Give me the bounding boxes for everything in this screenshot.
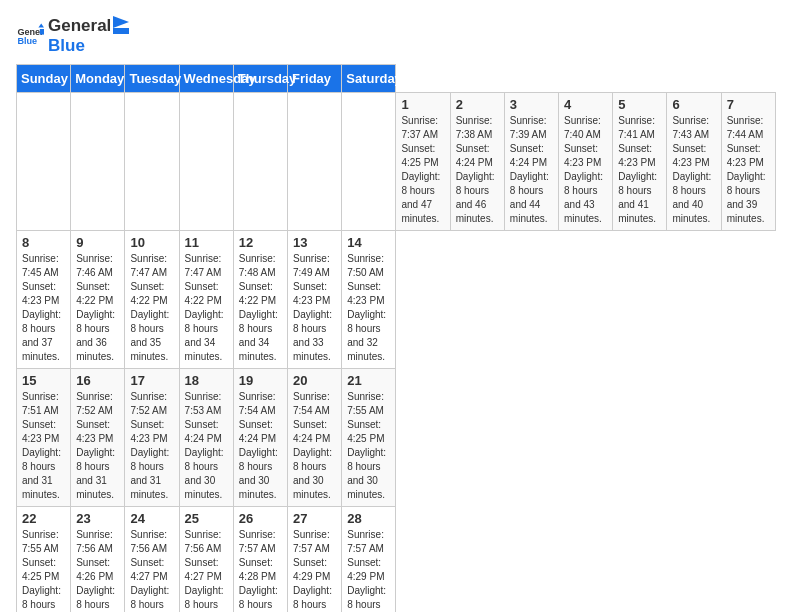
calendar-day-16: 16Sunrise: 7:52 AMSunset: 4:23 PMDayligh… <box>71 369 125 507</box>
day-info: Sunrise: 7:48 AMSunset: 4:22 PMDaylight:… <box>239 252 282 364</box>
calendar-day-28: 28Sunrise: 7:57 AMSunset: 4:29 PMDayligh… <box>342 507 396 613</box>
calendar-day-23: 23Sunrise: 7:56 AMSunset: 4:26 PMDayligh… <box>71 507 125 613</box>
day-info: Sunrise: 7:45 AMSunset: 4:23 PMDaylight:… <box>22 252 65 364</box>
day-number: 22 <box>22 511 65 526</box>
svg-rect-5 <box>113 28 129 34</box>
calendar-day-13: 13Sunrise: 7:49 AMSunset: 4:23 PMDayligh… <box>288 231 342 369</box>
day-number: 19 <box>239 373 282 388</box>
svg-marker-4 <box>113 16 129 28</box>
day-info: Sunrise: 7:57 AMSunset: 4:28 PMDaylight:… <box>239 528 282 612</box>
calendar-day-22: 22Sunrise: 7:55 AMSunset: 4:25 PMDayligh… <box>17 507 71 613</box>
calendar-day-9: 9Sunrise: 7:46 AMSunset: 4:22 PMDaylight… <box>71 231 125 369</box>
day-info: Sunrise: 7:47 AMSunset: 4:22 PMDaylight:… <box>185 252 228 364</box>
day-info: Sunrise: 7:47 AMSunset: 4:22 PMDaylight:… <box>130 252 173 364</box>
day-info: Sunrise: 7:52 AMSunset: 4:23 PMDaylight:… <box>130 390 173 502</box>
day-info: Sunrise: 7:50 AMSunset: 4:23 PMDaylight:… <box>347 252 390 364</box>
day-info: Sunrise: 7:49 AMSunset: 4:23 PMDaylight:… <box>293 252 336 364</box>
day-number: 9 <box>76 235 119 250</box>
calendar-week-1: 1Sunrise: 7:37 AMSunset: 4:25 PMDaylight… <box>17 93 776 231</box>
day-info: Sunrise: 7:53 AMSunset: 4:24 PMDaylight:… <box>185 390 228 502</box>
day-number: 12 <box>239 235 282 250</box>
header: General Blue General Blue <box>16 16 776 56</box>
day-header-saturday: Saturday <box>342 65 396 93</box>
day-header-sunday: Sunday <box>17 65 71 93</box>
day-number: 26 <box>239 511 282 526</box>
logo: General Blue General Blue <box>16 16 129 56</box>
day-number: 2 <box>456 97 499 112</box>
day-info: Sunrise: 7:37 AMSunset: 4:25 PMDaylight:… <box>401 114 444 226</box>
calendar-day-4: 4Sunrise: 7:40 AMSunset: 4:23 PMDaylight… <box>559 93 613 231</box>
day-header-tuesday: Tuesday <box>125 65 179 93</box>
empty-cell <box>233 93 287 231</box>
day-info: Sunrise: 7:40 AMSunset: 4:23 PMDaylight:… <box>564 114 607 226</box>
calendar-day-7: 7Sunrise: 7:44 AMSunset: 4:23 PMDaylight… <box>721 93 775 231</box>
empty-cell <box>342 93 396 231</box>
day-header-wednesday: Wednesday <box>179 65 233 93</box>
logo-general: General <box>48 16 111 36</box>
day-number: 18 <box>185 373 228 388</box>
day-info: Sunrise: 7:39 AMSunset: 4:24 PMDaylight:… <box>510 114 553 226</box>
calendar-day-24: 24Sunrise: 7:56 AMSunset: 4:27 PMDayligh… <box>125 507 179 613</box>
calendar-table: SundayMondayTuesdayWednesdayThursdayFrid… <box>16 64 776 612</box>
calendar-day-17: 17Sunrise: 7:52 AMSunset: 4:23 PMDayligh… <box>125 369 179 507</box>
day-number: 17 <box>130 373 173 388</box>
day-number: 16 <box>76 373 119 388</box>
svg-marker-3 <box>40 29 44 35</box>
calendar-day-27: 27Sunrise: 7:57 AMSunset: 4:29 PMDayligh… <box>288 507 342 613</box>
logo-triangle <box>111 16 129 36</box>
calendar-day-12: 12Sunrise: 7:48 AMSunset: 4:22 PMDayligh… <box>233 231 287 369</box>
day-info: Sunrise: 7:57 AMSunset: 4:29 PMDaylight:… <box>347 528 390 612</box>
day-number: 15 <box>22 373 65 388</box>
day-number: 28 <box>347 511 390 526</box>
calendar-week-3: 15Sunrise: 7:51 AMSunset: 4:23 PMDayligh… <box>17 369 776 507</box>
calendar-day-14: 14Sunrise: 7:50 AMSunset: 4:23 PMDayligh… <box>342 231 396 369</box>
calendar-day-8: 8Sunrise: 7:45 AMSunset: 4:23 PMDaylight… <box>17 231 71 369</box>
calendar-day-2: 2Sunrise: 7:38 AMSunset: 4:24 PMDaylight… <box>450 93 504 231</box>
calendar-day-20: 20Sunrise: 7:54 AMSunset: 4:24 PMDayligh… <box>288 369 342 507</box>
svg-marker-2 <box>38 23 44 27</box>
day-number: 6 <box>672 97 715 112</box>
day-number: 5 <box>618 97 661 112</box>
day-number: 8 <box>22 235 65 250</box>
calendar-week-4: 22Sunrise: 7:55 AMSunset: 4:25 PMDayligh… <box>17 507 776 613</box>
day-number: 1 <box>401 97 444 112</box>
calendar-day-5: 5Sunrise: 7:41 AMSunset: 4:23 PMDaylight… <box>613 93 667 231</box>
day-info: Sunrise: 7:51 AMSunset: 4:23 PMDaylight:… <box>22 390 65 502</box>
day-info: Sunrise: 7:54 AMSunset: 4:24 PMDaylight:… <box>239 390 282 502</box>
day-number: 7 <box>727 97 770 112</box>
svg-text:Blue: Blue <box>17 36 37 46</box>
day-info: Sunrise: 7:54 AMSunset: 4:24 PMDaylight:… <box>293 390 336 502</box>
day-info: Sunrise: 7:43 AMSunset: 4:23 PMDaylight:… <box>672 114 715 226</box>
day-info: Sunrise: 7:56 AMSunset: 4:27 PMDaylight:… <box>130 528 173 612</box>
empty-cell <box>125 93 179 231</box>
empty-cell <box>288 93 342 231</box>
day-number: 23 <box>76 511 119 526</box>
day-number: 24 <box>130 511 173 526</box>
calendar-day-3: 3Sunrise: 7:39 AMSunset: 4:24 PMDaylight… <box>504 93 558 231</box>
day-header-monday: Monday <box>71 65 125 93</box>
calendar-day-10: 10Sunrise: 7:47 AMSunset: 4:22 PMDayligh… <box>125 231 179 369</box>
day-number: 25 <box>185 511 228 526</box>
calendar-day-21: 21Sunrise: 7:55 AMSunset: 4:25 PMDayligh… <box>342 369 396 507</box>
day-info: Sunrise: 7:56 AMSunset: 4:26 PMDaylight:… <box>76 528 119 612</box>
day-info: Sunrise: 7:56 AMSunset: 4:27 PMDaylight:… <box>185 528 228 612</box>
day-number: 11 <box>185 235 228 250</box>
day-header-thursday: Thursday <box>233 65 287 93</box>
logo-blue: Blue <box>48 36 85 55</box>
calendar-day-18: 18Sunrise: 7:53 AMSunset: 4:24 PMDayligh… <box>179 369 233 507</box>
calendar-day-15: 15Sunrise: 7:51 AMSunset: 4:23 PMDayligh… <box>17 369 71 507</box>
day-number: 4 <box>564 97 607 112</box>
calendar-day-1: 1Sunrise: 7:37 AMSunset: 4:25 PMDaylight… <box>396 93 450 231</box>
day-info: Sunrise: 7:52 AMSunset: 4:23 PMDaylight:… <box>76 390 119 502</box>
empty-cell <box>179 93 233 231</box>
day-info: Sunrise: 7:41 AMSunset: 4:23 PMDaylight:… <box>618 114 661 226</box>
day-number: 14 <box>347 235 390 250</box>
calendar-day-19: 19Sunrise: 7:54 AMSunset: 4:24 PMDayligh… <box>233 369 287 507</box>
day-info: Sunrise: 7:55 AMSunset: 4:25 PMDaylight:… <box>347 390 390 502</box>
day-number: 21 <box>347 373 390 388</box>
day-info: Sunrise: 7:55 AMSunset: 4:25 PMDaylight:… <box>22 528 65 612</box>
empty-cell <box>17 93 71 231</box>
calendar-day-25: 25Sunrise: 7:56 AMSunset: 4:27 PMDayligh… <box>179 507 233 613</box>
day-info: Sunrise: 7:38 AMSunset: 4:24 PMDaylight:… <box>456 114 499 226</box>
calendar-day-11: 11Sunrise: 7:47 AMSunset: 4:22 PMDayligh… <box>179 231 233 369</box>
